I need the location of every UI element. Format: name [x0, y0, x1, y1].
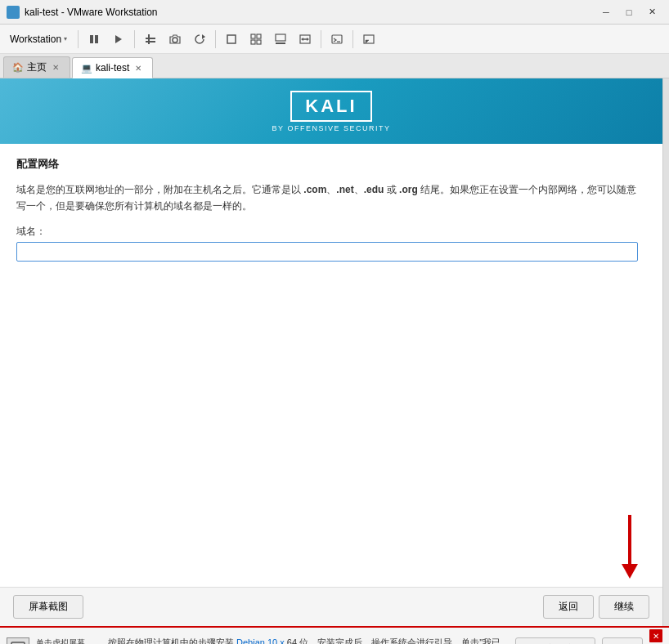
- stretch-button[interactable]: [294, 28, 317, 51]
- home-icon: 🏠: [12, 62, 24, 73]
- unity-button[interactable]: [245, 28, 267, 51]
- tab-home-label: 主页: [27, 60, 47, 74]
- info-bar: 单击虚拟屏幕 可发送按键 按照在物理计算机中的步骤安装 Debian 10.x …: [0, 626, 669, 644]
- kali-subtitle: BY OFFENSIVE SECURITY: [272, 124, 391, 132]
- section-title: 配置网络: [16, 157, 646, 172]
- highlight-text: Debian 10.x: [236, 637, 285, 645]
- close-button[interactable]: ✕: [641, 3, 662, 21]
- send-ctrl-alt-del-button[interactable]: [139, 28, 162, 51]
- tabs-bar: 🏠 主页 ✕ 💻 kali-test ✕: [0, 54, 669, 78]
- menu-separator-2: [134, 30, 135, 48]
- svg-rect-5: [148, 34, 150, 44]
- svg-marker-17: [301, 38, 303, 41]
- red-arrow-indicator: [622, 515, 638, 579]
- vmware-icon: [7, 6, 20, 19]
- svg-rect-14: [276, 42, 285, 44]
- menu-bar: Workstation ▾: [0, 25, 669, 54]
- click-hint-line1: 单击虚拟屏幕: [36, 637, 101, 644]
- vm-icon: 💻: [81, 63, 92, 74]
- maximize-button[interactable]: □: [618, 3, 640, 21]
- scroll-bar[interactable]: [662, 78, 669, 626]
- title-bar-left: kali-test - VMware Workstation: [7, 6, 158, 19]
- workstation-dropdown-arrow: ▾: [64, 35, 67, 42]
- content-section: 配置网络 域名是您的互联网地址的一部分，附加在主机名之后。它通常是以 .com、…: [0, 144, 662, 489]
- svg-rect-8: [227, 35, 236, 43]
- domain-input[interactable]: [16, 242, 638, 262]
- help-info-button[interactable]: 帮助: [602, 637, 643, 645]
- main-area: KALI BY OFFENSIVE SECURITY 配置网络 域名是您的互联网…: [0, 78, 662, 626]
- snapshot-button[interactable]: [164, 28, 186, 51]
- bottom-buttons: 屏幕截图 返回 继续: [0, 587, 662, 626]
- title-bar: kali-test - VMware Workstation ─ □ ✕: [0, 0, 669, 25]
- kali-banner: KALI BY OFFENSIVE SECURITY: [0, 78, 662, 144]
- svg-rect-0: [90, 35, 93, 43]
- title-bar-controls: ─ □ ✕: [595, 3, 662, 21]
- svg-rect-11: [251, 40, 255, 44]
- menu-separator-5: [352, 30, 353, 48]
- menu-separator-1: [78, 30, 79, 48]
- completed-install-button[interactable]: 我已完成安装: [515, 637, 595, 645]
- svg-point-6: [173, 38, 177, 42]
- terminal-button[interactable]: [326, 28, 348, 51]
- vm-info-icon: [7, 637, 29, 644]
- svg-rect-12: [257, 40, 261, 44]
- screenshot-button[interactable]: 屏幕截图: [13, 595, 83, 619]
- click-hint: 单击虚拟屏幕 可发送按键: [36, 637, 101, 644]
- tab-home[interactable]: 🏠 主页 ✕: [3, 56, 70, 78]
- svg-marker-2: [115, 35, 122, 43]
- svg-rect-4: [146, 41, 155, 42]
- tab-kali-test-label: kali-test: [96, 62, 129, 74]
- menu-separator-3: [215, 30, 216, 48]
- info-text: 按照在物理计算机中的步骤安装 Debian 10.x 64 位。安装完成后，操作…: [108, 636, 509, 645]
- svg-rect-10: [257, 34, 261, 38]
- view-button[interactable]: [269, 28, 292, 51]
- svg-rect-1: [95, 35, 98, 43]
- svg-rect-9: [251, 34, 255, 38]
- full-screen-button[interactable]: [220, 28, 243, 51]
- workstation-label: Workstation: [10, 34, 61, 45]
- info-bar-close-button[interactable]: ✕: [649, 629, 662, 642]
- content-with-scroll: KALI BY OFFENSIVE SECURITY 配置网络 域名是您的互联网…: [0, 78, 669, 626]
- revert-button[interactable]: [188, 28, 211, 51]
- resume-button[interactable]: [107, 28, 130, 51]
- svg-rect-3: [146, 38, 155, 39]
- workstation-menu[interactable]: Workstation ▾: [3, 30, 74, 48]
- tab-home-close[interactable]: ✕: [50, 62, 61, 74]
- btn-right-group: 返回 继续: [543, 595, 649, 619]
- menu-separator-4: [321, 30, 321, 48]
- svg-rect-13: [276, 34, 285, 41]
- tab-kali-test[interactable]: 💻 kali-test ✕: [72, 57, 153, 78]
- kali-logo: KALI: [290, 91, 371, 122]
- continue-button[interactable]: 继续: [599, 595, 649, 619]
- field-label: 域名：: [16, 225, 646, 239]
- vmware-content: KALI BY OFFENSIVE SECURITY 配置网络 域名是您的互联网…: [0, 78, 669, 626]
- back-button[interactable]: 返回: [543, 595, 594, 619]
- tab-kali-test-close[interactable]: ✕: [132, 62, 144, 74]
- minimize-button[interactable]: ─: [595, 3, 617, 21]
- description-text: 域名是您的互联网地址的一部分，附加在主机名之后。它通常是以 .com、.net、…: [16, 181, 646, 215]
- pause-button[interactable]: [83, 28, 106, 51]
- window-title: kali-test - VMware Workstation: [25, 7, 158, 18]
- svg-marker-7: [202, 34, 205, 39]
- help-button[interactable]: [357, 28, 380, 51]
- svg-marker-18: [307, 38, 309, 41]
- arrow-area: [0, 489, 662, 587]
